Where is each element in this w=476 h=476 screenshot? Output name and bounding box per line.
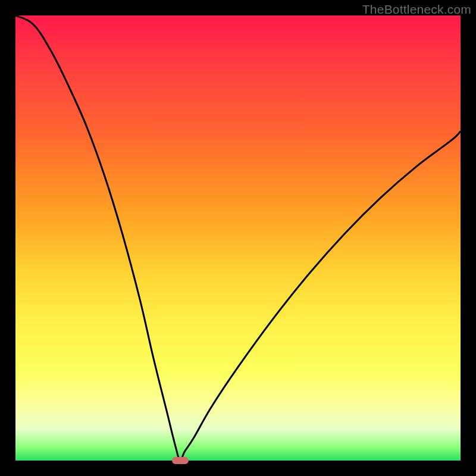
- chart-plot-area: [15, 15, 461, 461]
- curve-path: [15, 15, 461, 461]
- optimal-marker: [172, 457, 189, 464]
- bottleneck-curve: [15, 15, 461, 461]
- watermark-text: TheBottleneck.com: [362, 2, 471, 17]
- chart-frame: TheBottleneck.com: [0, 0, 476, 476]
